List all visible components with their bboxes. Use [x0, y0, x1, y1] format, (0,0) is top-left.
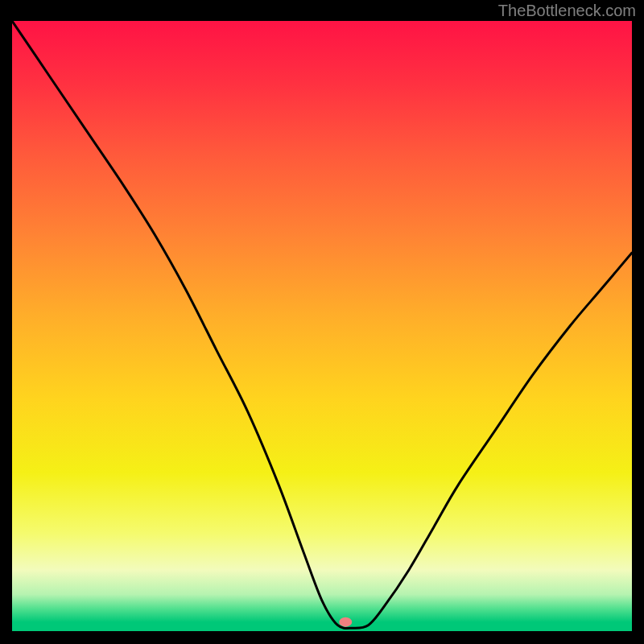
chart-svg	[12, 21, 632, 631]
gradient-background	[12, 21, 632, 631]
chart-container: TheBottleneck.com	[0, 0, 644, 644]
watermark-label: TheBottleneck.com	[498, 2, 636, 20]
plot-area	[12, 21, 632, 631]
marker-dot	[339, 617, 352, 627]
